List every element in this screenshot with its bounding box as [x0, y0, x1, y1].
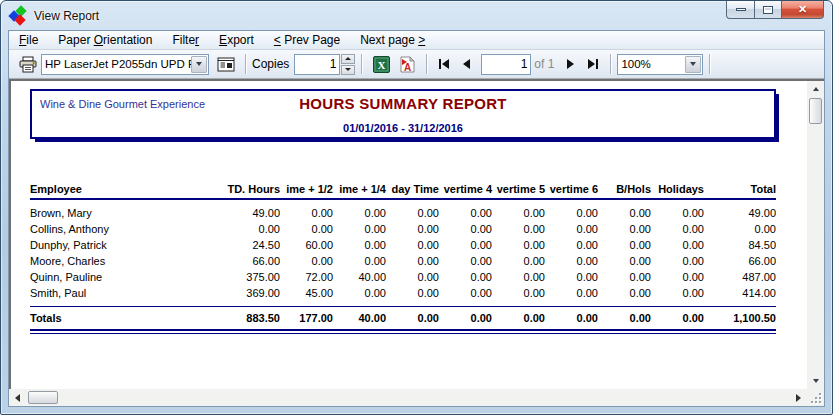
value-cell: 0.00 [651, 255, 704, 267]
arrow-left-icon [15, 394, 20, 402]
next-page-button[interactable] [560, 53, 582, 75]
vertical-scrollbar[interactable] [807, 79, 824, 389]
zoom-select[interactable]: 100% [617, 54, 703, 75]
value-cell: 375.00 [227, 271, 280, 283]
title-bar: View Report ✕ [1, 1, 832, 30]
scroll-down-button[interactable] [807, 373, 824, 389]
value-cell: 414.00 [704, 287, 776, 299]
value-cell: 49.00 [227, 207, 280, 219]
value-cell: 0.00 [439, 223, 492, 235]
employee-cell: Moore, Charles [30, 255, 227, 267]
copies-label: Copies [252, 57, 289, 71]
toolbar-separator [361, 54, 362, 74]
horizontal-scroll-thumb[interactable] [28, 391, 58, 404]
printer-properties-button[interactable] [213, 52, 239, 76]
chevron-down-icon [196, 62, 202, 66]
value-cell: 0.00 [439, 312, 492, 324]
scroll-left-button[interactable] [9, 390, 26, 406]
last-page-button[interactable] [582, 53, 604, 75]
minimize-button[interactable] [726, 1, 755, 19]
value-cell: 0.00 [333, 207, 386, 219]
employee-cell: Collins, Anthony [30, 223, 227, 235]
employee-cell: Employee [30, 183, 227, 195]
first-page-button[interactable] [433, 53, 455, 75]
export-excel-button[interactable]: X [368, 52, 394, 76]
zoom-select-value: 100% [618, 58, 685, 70]
value-cell: 0.00 [545, 255, 598, 267]
value-cell: 0.00 [386, 312, 439, 324]
value-cell: 0.00 [280, 255, 333, 267]
page-setup-icon [217, 57, 235, 72]
table-header-row: EmployeeTD. Hoursime + 1/2ime + 1/4day T… [30, 181, 776, 196]
value-cell: 0.00 [598, 255, 651, 267]
value-cell: 0.00 [545, 271, 598, 283]
vertical-scroll-thumb[interactable] [809, 98, 822, 124]
value-cell: 0.00 [386, 287, 439, 299]
value-cell: 72.00 [280, 271, 333, 283]
table-body: Brown, Mary49.000.000.000.000.000.000.00… [30, 205, 776, 301]
value-cell: 0.00 [386, 271, 439, 283]
value-cell: 0.00 [598, 312, 651, 324]
report-title: HOURS SUMMARY REPORT [32, 95, 774, 112]
value-cell: ime + 1/2 [280, 183, 333, 195]
window-title: View Report [34, 9, 99, 23]
value-cell: 0.00 [598, 287, 651, 299]
pdf-acrobat-icon: A [399, 56, 415, 73]
toolbar-separator [610, 54, 611, 74]
value-cell: 0.00 [333, 223, 386, 235]
minimize-icon [736, 8, 746, 11]
arrow-right-icon [796, 394, 801, 402]
value-cell: 369.00 [227, 287, 280, 299]
menu-item[interactable]: Next page > [354, 32, 431, 48]
menu-item[interactable]: Export [213, 32, 260, 48]
prev-page-icon [462, 59, 470, 69]
table-row: Smith, Paul369.0045.000.000.000.000.000.… [30, 285, 776, 301]
value-cell: 0.00 [280, 223, 333, 235]
printer-select[interactable]: HP LaserJet P2055dn UPD PCL [41, 54, 209, 75]
value-cell: 883.50 [227, 312, 280, 324]
copies-increment-button[interactable] [341, 54, 355, 64]
menu-item[interactable]: Paper Orientation [52, 32, 158, 48]
printer-icon [18, 56, 38, 73]
value-cell: day Time [386, 183, 439, 195]
menu-item[interactable]: Filter [166, 32, 205, 48]
zoom-select-dropdown[interactable] [685, 56, 701, 73]
page-number-input[interactable]: 1 [481, 54, 531, 75]
employee-cell: Brown, Mary [30, 207, 227, 219]
print-button[interactable] [15, 52, 41, 76]
close-button[interactable]: ✕ [782, 1, 824, 19]
value-cell: 0.00 [545, 287, 598, 299]
svg-text:X: X [377, 58, 385, 70]
value-cell: 0.00 [492, 312, 545, 324]
scroll-up-button[interactable] [807, 81, 824, 97]
horizontal-scrollbar[interactable] [9, 389, 807, 406]
report-period: 01/01/2016 - 31/12/2016 [32, 122, 774, 134]
value-cell: 0.00 [386, 255, 439, 267]
value-cell: 0.00 [492, 255, 545, 267]
value-cell: vertime 6 [545, 183, 598, 195]
value-cell: 0.00 [651, 271, 704, 283]
view-report-window: View Report ✕ FilePaper OrientationFilte… [0, 0, 833, 415]
export-pdf-button[interactable]: A [394, 52, 420, 76]
printer-select-dropdown[interactable] [191, 56, 207, 73]
value-cell: 0.00 [545, 312, 598, 324]
value-cell: 0.00 [492, 207, 545, 219]
last-page-icon [587, 59, 599, 69]
copies-input[interactable]: 1 [294, 54, 340, 75]
value-cell: 0.00 [651, 207, 704, 219]
value-cell: 0.00 [439, 287, 492, 299]
value-cell: 0.00 [439, 207, 492, 219]
maximize-button[interactable] [755, 1, 782, 19]
copies-decrement-button[interactable] [341, 65, 355, 75]
menu-item[interactable]: < Prev Page [268, 32, 346, 48]
value-cell: 60.00 [280, 239, 333, 251]
totals-divider [30, 306, 776, 307]
value-cell: 0.00 [598, 207, 651, 219]
scroll-right-button[interactable] [790, 390, 807, 406]
menu-item[interactable]: File [13, 32, 44, 48]
prev-page-button[interactable] [455, 53, 477, 75]
value-cell: 66.00 [704, 255, 776, 267]
value-cell: Holidays [651, 183, 704, 195]
svg-text:A: A [404, 61, 411, 72]
resize-grip[interactable] [807, 389, 824, 406]
